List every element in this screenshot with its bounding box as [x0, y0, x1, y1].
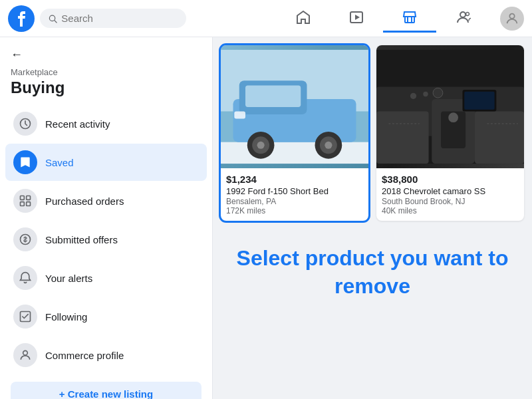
nav-home-button[interactable] [277, 4, 330, 33]
sidebar-label-commerce-profile: Commerce profile [45, 350, 124, 361]
svg-line-2 [55, 20, 57, 22]
svg-rect-38 [475, 111, 524, 164]
user-icon [19, 348, 32, 362]
sidebar-label-following: Following [45, 311, 87, 323]
home-icon [295, 9, 311, 25]
sidebar-item-submitted-offers[interactable]: Submitted offers [5, 221, 207, 258]
check-square-icon [19, 310, 32, 323]
sidebar: ← Marketplace Buying Recent activity Sav… [0, 37, 213, 399]
people-icon [455, 9, 471, 25]
main-layout: ← Marketplace Buying Recent activity Sav… [0, 37, 532, 399]
marketplace-icon [402, 9, 418, 25]
listing-miles-2: 40K miles [382, 206, 519, 215]
back-arrow-icon: ← [11, 48, 23, 62]
check-square-icon-wrapper [13, 305, 37, 329]
svg-marker-4 [355, 15, 360, 20]
top-nav [0, 0, 532, 37]
nav-icons [277, 4, 489, 33]
listing-price-2: $38,800 [382, 174, 519, 185]
sidebar-title: Buying [5, 78, 207, 97]
sidebar-item-recent-activity[interactable]: Recent activity [5, 105, 207, 142]
listing-title-2: 2018 Chevrolet camaro SS [382, 186, 519, 196]
svg-point-8 [460, 12, 466, 17]
listing-location-1: Bensalem, PA [226, 197, 363, 206]
svg-rect-21 [221, 142, 368, 164]
sidebar-breadcrumb: Marketplace [5, 67, 207, 77]
back-button[interactable]: ← [5, 45, 207, 65]
search-bar[interactable] [40, 9, 186, 28]
clock-icon [19, 117, 32, 130]
bookmark-icon-wrapper [13, 150, 37, 174]
content-area: $1,234 1992 Ford f-150 Short Bed Bensale… [213, 37, 532, 399]
listing-image-2 [376, 45, 524, 168]
search-icon [48, 13, 57, 24]
sidebar-item-saved[interactable]: Saved [5, 144, 207, 181]
listing-miles-1: 172K miles [226, 206, 363, 215]
svg-point-18 [23, 350, 28, 355]
svg-rect-13 [27, 196, 31, 200]
listing-location-2: South Bound Brook, NJ [382, 197, 519, 206]
user-avatar[interactable] [500, 7, 524, 31]
listing-title-1: 1992 Ford f-150 Short Bed [226, 186, 363, 196]
user-icon-wrapper [13, 343, 37, 367]
nav-people-button[interactable] [436, 4, 489, 33]
svg-rect-37 [376, 111, 429, 164]
create-listing-label: + Create new listing [59, 388, 153, 399]
car-blue-svg [221, 45, 368, 168]
nav-marketplace-button[interactable] [383, 4, 436, 33]
sidebar-label-submitted-offers: Submitted offers [45, 234, 118, 245]
svg-point-41 [410, 93, 416, 99]
svg-point-36 [448, 112, 458, 122]
bell-icon-wrapper [13, 266, 37, 290]
svg-point-27 [257, 142, 265, 149]
facebook-logo[interactable] [8, 5, 35, 32]
listing-image-1 [221, 45, 368, 168]
car-interior-svg [376, 45, 524, 168]
dollar-icon [19, 233, 32, 246]
svg-rect-45 [464, 92, 494, 110]
sidebar-label-recent-activity: Recent activity [45, 118, 110, 130]
sidebar-label-purchased-orders: Purchased orders [45, 196, 124, 207]
search-input[interactable] [61, 13, 178, 24]
svg-rect-24 [245, 86, 301, 107]
svg-point-43 [433, 88, 443, 98]
svg-rect-12 [21, 196, 25, 200]
listing-card-1[interactable]: $1,234 1992 Ford f-150 Short Bed Bensale… [221, 45, 368, 221]
sidebar-label-saved: Saved [45, 157, 74, 168]
svg-point-10 [509, 13, 514, 18]
bookmark-icon [19, 156, 32, 169]
select-prompt: Select product you want to remove [221, 231, 524, 313]
avatar [500, 7, 524, 31]
svg-point-42 [423, 92, 428, 96]
avatar-icon [505, 11, 519, 26]
clock-icon-wrapper [13, 112, 37, 136]
sidebar-item-your-alerts[interactable]: Your alerts [5, 259, 207, 297]
bell-icon [19, 271, 32, 285]
sidebar-item-purchased-orders[interactable]: Purchased orders [5, 182, 207, 219]
grid-icon [19, 194, 32, 207]
sidebar-item-commerce-profile[interactable]: Commerce profile [5, 336, 207, 374]
sidebar-label-your-alerts: Your alerts [45, 273, 92, 284]
listing-info-2: $38,800 2018 Chevrolet camaro SS South B… [376, 168, 524, 221]
svg-rect-5 [405, 17, 414, 23]
svg-rect-14 [21, 202, 25, 206]
video-icon [348, 9, 364, 25]
listings-grid: $1,234 1992 Ford f-150 Short Bed Bensale… [221, 45, 524, 221]
listing-card-2[interactable]: $38,800 2018 Chevrolet camaro SS South B… [376, 45, 524, 221]
svg-rect-31 [234, 111, 245, 118]
listing-price-1: $1,234 [226, 174, 363, 185]
svg-rect-15 [27, 202, 31, 206]
svg-point-30 [325, 142, 332, 149]
sidebar-item-following[interactable]: Following [5, 298, 207, 335]
grid-icon-wrapper [13, 189, 37, 213]
create-listing-button[interactable]: + Create new listing [11, 382, 201, 399]
listing-info-1: $1,234 1992 Ford f-150 Short Bed Bensale… [221, 168, 368, 221]
dollar-icon-wrapper [13, 227, 37, 251]
svg-point-9 [466, 13, 469, 16]
nav-watch-button[interactable] [330, 4, 383, 33]
